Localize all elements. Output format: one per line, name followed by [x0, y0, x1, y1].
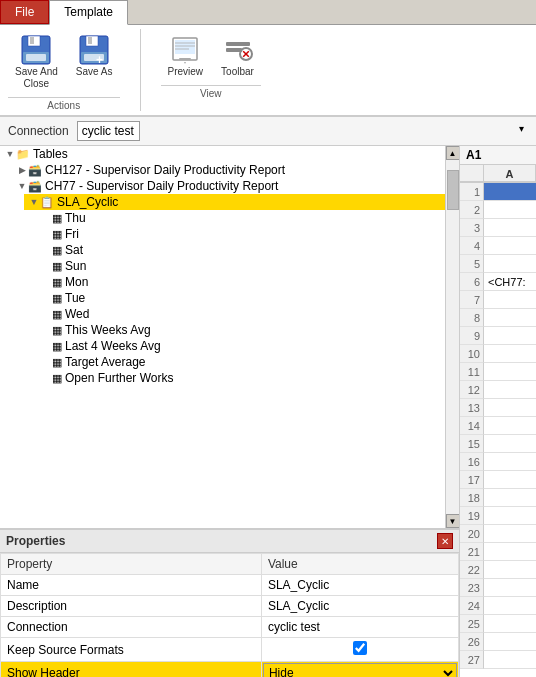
tab-file[interactable]: File [0, 0, 49, 24]
tree-item-wed[interactable]: ▦ Wed [36, 306, 445, 322]
tree-item-tables[interactable]: ▼ 📁 Tables [0, 146, 445, 162]
scroll-down-button[interactable]: ▼ [446, 514, 460, 528]
cell-a1[interactable] [484, 183, 536, 201]
tree-item-fri[interactable]: ▦ Fri [36, 226, 445, 242]
ch77-table-icon: 🗃️ [28, 180, 42, 193]
property-col-header: Property [1, 554, 262, 575]
tree-item-tue[interactable]: ▦ Tue [36, 290, 445, 306]
tree-label-thu: Thu [65, 211, 86, 225]
tree-label-tables: Tables [33, 147, 68, 161]
cell-a8[interactable] [484, 309, 536, 327]
cell-a22[interactable] [484, 561, 536, 579]
row-num-14: 14 [460, 417, 484, 435]
thu-icon: ▦ [52, 212, 62, 225]
tree-item-last-4-weeks-avg[interactable]: ▦ Last 4 Weeks Avg [36, 338, 445, 354]
tree-label-ch77: CH77 - Supervisor Daily Productivity Rep… [45, 179, 278, 193]
cell-a21[interactable] [484, 543, 536, 561]
tab-template[interactable]: Template [49, 0, 128, 25]
tree-label-last-4-weeks-avg: Last 4 Weeks Avg [65, 339, 161, 353]
scroll-thumb[interactable] [447, 170, 459, 210]
row-num-10: 10 [460, 345, 484, 363]
col-a-cells: <CH77: [484, 183, 536, 677]
toolbar-label: Toolbar [221, 66, 254, 78]
tree-item-sat[interactable]: ▦ Sat [36, 242, 445, 258]
cell-reference: A1 [466, 148, 496, 162]
tree-item-ch77[interactable]: ▼ 🗃️ CH77 - Supervisor Daily Productivit… [12, 178, 445, 194]
cell-a13[interactable] [484, 399, 536, 417]
properties-header: Properties ✕ [0, 529, 459, 553]
cell-a16[interactable] [484, 453, 536, 471]
tree-area-wrapper: ▼ 📁 Tables ▶ 🗃️ CH127 - Supervisor Daily… [0, 146, 459, 528]
cell-a15[interactable] [484, 435, 536, 453]
property-row-connection: Connection cyclic test [1, 617, 459, 638]
keep-source-formats-checkbox[interactable] [353, 641, 367, 655]
cell-a11[interactable] [484, 363, 536, 381]
cell-a23[interactable] [484, 579, 536, 597]
cell-a3[interactable] [484, 219, 536, 237]
preview-button[interactable]: Preview [161, 29, 211, 83]
svg-rect-4 [26, 54, 46, 61]
tree-item-thu[interactable]: ▦ Thu [36, 210, 445, 226]
svg-rect-16 [179, 58, 191, 60]
tree-scroll[interactable]: ▼ 📁 Tables ▶ 🗃️ CH127 - Supervisor Daily… [0, 146, 445, 528]
save-as-button[interactable]: + Save As [69, 29, 120, 95]
tree-item-target-average[interactable]: ▦ Target Average [36, 354, 445, 370]
tree-expand-sla[interactable]: ▼ [28, 197, 40, 207]
save-and-close-button[interactable]: Save And Close [8, 29, 65, 95]
tree-item-ch127[interactable]: ▶ 🗃️ CH127 - Supervisor Daily Productivi… [12, 162, 445, 178]
ribbon-group-actions: Save And Close + Save As Actions [8, 29, 120, 111]
cell-a18[interactable] [484, 489, 536, 507]
cell-a25[interactable] [484, 615, 536, 633]
tree-vertical-scrollbar[interactable]: ▲ ▼ [445, 146, 459, 528]
property-ksf-value [261, 638, 458, 662]
tree-expand-ch127[interactable]: ▶ [16, 165, 28, 175]
tree-expand-tables[interactable]: ▼ [4, 149, 16, 159]
cell-a7[interactable] [484, 291, 536, 309]
property-connection-value: cyclic test [261, 617, 458, 638]
properties-close-button[interactable]: ✕ [437, 533, 453, 549]
toolbar-button[interactable]: Toolbar [214, 29, 261, 83]
tree-label-wed: Wed [65, 307, 89, 321]
corner-cell [460, 165, 484, 183]
connection-dropdown[interactable]: cyclic test [77, 121, 140, 141]
ribbon-actions-items: Save And Close + Save As [8, 29, 120, 95]
svg-text:+: + [96, 53, 103, 66]
tree-item-this-weeks-avg[interactable]: ▦ This Weeks Avg [36, 322, 445, 338]
cell-a4[interactable] [484, 237, 536, 255]
cell-a10[interactable] [484, 345, 536, 363]
cell-a27[interactable] [484, 651, 536, 669]
cell-a5[interactable] [484, 255, 536, 273]
view-group-label: View [161, 85, 261, 99]
cell-a6[interactable]: <CH77: [484, 273, 536, 291]
tree-expand-ch77[interactable]: ▼ [16, 181, 28, 191]
cell-a12[interactable] [484, 381, 536, 399]
row-num-23: 23 [460, 579, 484, 597]
cell-a17[interactable] [484, 471, 536, 489]
cell-a14[interactable] [484, 417, 536, 435]
cell-a26[interactable] [484, 633, 536, 651]
row-num-25: 25 [460, 615, 484, 633]
cell-a19[interactable] [484, 507, 536, 525]
preview-label: Preview [168, 66, 204, 78]
tree-label-sun: Sun [65, 259, 86, 273]
cell-a9[interactable] [484, 327, 536, 345]
row-num-9: 9 [460, 327, 484, 345]
row-num-4: 4 [460, 237, 484, 255]
svg-rect-7 [88, 37, 92, 44]
property-row-show-header: Show Header Hide Show [1, 662, 459, 678]
cell-a24[interactable] [484, 597, 536, 615]
cell-a2[interactable] [484, 201, 536, 219]
row-num-17: 17 [460, 471, 484, 489]
tree-item-open-further-works[interactable]: ▦ Open Further Works [36, 370, 445, 386]
scroll-up-button[interactable]: ▲ [446, 146, 460, 160]
cell-a20[interactable] [484, 525, 536, 543]
spreadsheet-body: 1 2 3 4 5 6 7 8 9 10 11 12 13 14 15 16 1 [460, 183, 536, 677]
scroll-track[interactable] [446, 160, 460, 514]
tree-item-sla-cyclic[interactable]: ▼ 📋 SLA_Cyclic [24, 194, 445, 210]
tree-expand-thu [40, 213, 52, 223]
tree-item-sun[interactable]: ▦ Sun [36, 258, 445, 274]
show-header-select[interactable]: Hide Show [263, 663, 457, 677]
row-num-1: 1 [460, 183, 484, 201]
tree-item-mon[interactable]: ▦ Mon [36, 274, 445, 290]
row-num-13: 13 [460, 399, 484, 417]
